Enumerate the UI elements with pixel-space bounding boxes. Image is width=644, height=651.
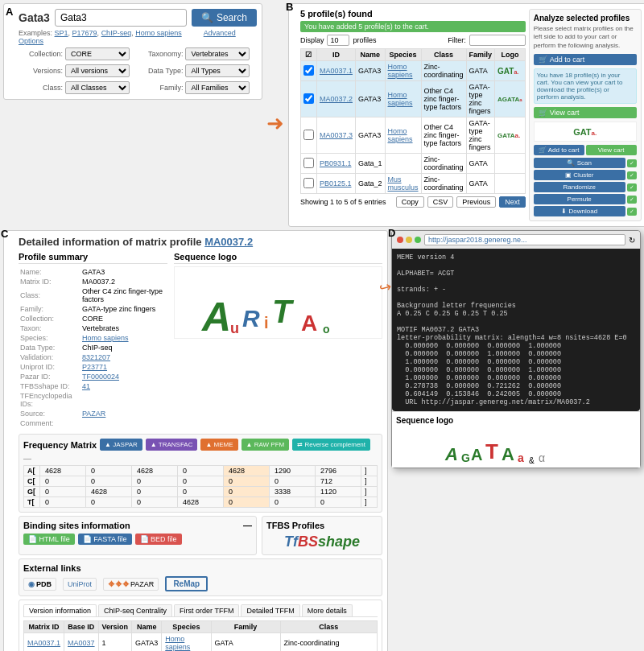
svg-text:A: A [471,446,482,464]
prev-button[interactable]: Previous [456,196,496,208]
row-checkbox[interactable] [303,93,314,104]
versions-label: Versions: [19,67,63,75]
minus-btn[interactable]: — [243,521,252,530]
profile-id-link[interactable]: MA0037.1 [320,67,353,75]
profile-class: Zinc-coordinating [421,61,466,81]
bed-file-btn[interactable]: 📄 BED file [135,534,182,545]
browser-dots [397,237,421,243]
fasta-file-btn[interactable]: 📄 FASTA file [78,534,132,545]
example-p17679[interactable]: P17679 [72,29,97,37]
tab-more-details[interactable]: More details [302,604,353,616]
svg-text:T: T [485,439,498,464]
data-type-select[interactable]: All Types [185,64,250,77]
download-btn[interactable]: ⬇ Download [534,206,625,216]
uniprot-logo[interactable]: UniProt [63,578,97,591]
profile-logo: GATAa. [495,117,526,154]
profile-name: GATA3 [355,117,385,154]
svg-text:α: α [539,451,545,464]
example-homo[interactable]: Homo sapiens [135,29,182,37]
randomize-btn[interactable]: Randomize [534,182,625,192]
download-icon: ⬇ [561,208,567,215]
profile-id-link[interactable]: PB0125.1 [320,179,352,187]
filter-input[interactable] [469,35,526,46]
profile-species: Homo sapiens [385,81,421,117]
tfbs-profiles-title: TFBS Profiles [266,521,378,530]
search-input[interactable] [55,9,187,27]
add-to-cart-btn[interactable]: 🛒 Add to cart [534,54,637,65]
cart-icon: 🛒 [539,56,547,64]
profile-class: Other C4 zinc finger-type factors [421,81,466,117]
search-button[interactable]: 🔍 Search [192,9,257,27]
jaspar-btn[interactable]: ▲ JASPAR [100,439,142,451]
validation-link[interactable]: 8321207 [82,353,110,361]
table-row[interactable]: PB0125.1 Gata_2 Mus musculus Zinc-coordi… [300,174,525,194]
profile-family: GATA [466,61,495,81]
ext-links-title: External links [23,563,378,573]
profile-id-link[interactable]: MA0037.2 [320,95,353,103]
view-cart-btn[interactable]: 🛒 View cart [534,107,637,118]
meme-btn[interactable]: ▲ MEME [200,439,237,451]
csv-button[interactable]: CSV [427,196,454,208]
matrix-id-link[interactable]: MA0037.2 [204,236,253,248]
svg-text:A: A [301,311,317,335]
row-checkbox[interactable] [303,178,314,188]
example-chipseq[interactable]: ChIP-seq [101,29,132,37]
profile-class: Zinc-coordinating [421,154,466,174]
transfac-icon: ▲ [151,441,157,448]
row-checkbox[interactable] [303,130,314,140]
versions-select[interactable]: All versions [65,64,130,77]
species-link[interactable]: Homo sapiens [82,334,129,342]
transfac-btn[interactable]: ▲ TRANSFAC [146,439,198,451]
profile-id-link[interactable]: MA0037.3 [320,131,353,139]
scan-btn[interactable]: 🔍 Scan [534,158,625,168]
frequency-table: A[ 4628 0 4628 0 4628 1290 2796 ] [23,465,378,508]
family-select[interactable]: All Families [185,81,250,94]
add-to-cart-btn-2[interactable]: 🛒 Add to cart [534,145,584,155]
collection-select[interactable]: CORE [65,47,130,60]
dot-yellow [406,237,412,243]
profile-class: Zinc-coordinating [421,174,466,194]
reverse-complement-btn[interactable]: ⇄ Reverse complement [292,439,370,451]
profile-logo: GATa. [495,61,526,81]
browser-url-bar[interactable] [424,234,625,245]
display-input[interactable] [327,35,349,46]
tab-version-info[interactable]: Version information [23,604,97,616]
copy-button[interactable]: Copy [396,196,424,208]
table-row[interactable]: PB0931.1 Gata_1 Zinc-coordinating GATA [300,154,525,174]
section-a-title: Gata3 [19,11,50,24]
d-seq-logo-display: A G A T A a & α [396,427,636,464]
browser-reload-icon[interactable]: ↻ [629,236,635,245]
pdb-logo[interactable]: ◉PDB [23,578,56,591]
table-row[interactable]: MA0037.3 GATA3 Homo sapiens Other C4 zin… [300,117,525,154]
uniprot-link[interactable]: P23771 [82,363,107,371]
html-file-btn[interactable]: 📄 HTML file [23,534,75,545]
pazar-logo[interactable]: 🟈🟈🟈PAZAR [103,578,159,591]
table-row[interactable]: MA0037.1 GATA3 Homo sapiens Zinc-coordin… [300,61,525,81]
remap-logo[interactable]: ReMap [165,576,208,591]
tab-first-order[interactable]: First order TFFM [174,604,239,616]
raw-pfm-btn[interactable]: ▲ RAW PFM [242,439,290,451]
row-checkbox[interactable] [303,65,314,76]
tab-detailed-tffm[interactable]: Detailed TFFM [241,604,299,616]
version-matrix-link[interactable]: MA0037.1 [27,639,60,647]
profile-name: GATA3 [355,81,385,117]
table-row[interactable]: MA0037.2 GATA3 Homo sapiens Other C4 zin… [300,81,525,117]
cluster-btn[interactable]: ▣ Cluster [534,170,625,180]
view-cart-btn-2[interactable]: View cart [586,145,637,155]
fasta-icon: 📄 [83,535,92,543]
tfbs-logo: TfBSshape [266,534,378,550]
tfbs-id-link[interactable]: 41 [82,382,90,390]
permute-btn[interactable]: Permute [534,194,625,204]
class-select[interactable]: All Classes [65,81,130,94]
profile-id-link[interactable]: PB0931.1 [320,159,352,167]
next-button[interactable]: Next [499,196,526,208]
row-checkbox[interactable] [303,158,314,168]
profile-logo [495,174,526,194]
tab-chipseq[interactable]: ChIP-seq Centrality [98,604,172,616]
example-sp1[interactable]: SP1 [55,29,68,37]
seq-logo-title: Sequence logo [174,252,382,264]
taxonomy-select[interactable]: Vertebrates [185,47,250,60]
browser-popup: ↻ MEME version 4 ALPHABET= ACGT strands:… [391,230,641,468]
pazar-link[interactable]: TF0000024 [82,373,119,381]
source-link[interactable]: PAZAR [82,410,105,418]
